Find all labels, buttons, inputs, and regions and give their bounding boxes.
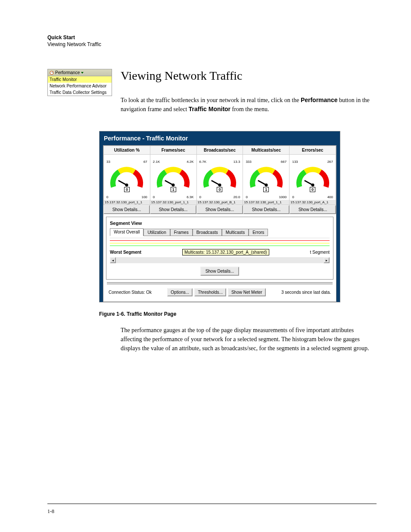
- gauge-header: Errors/sec: [290, 146, 336, 155]
- gauge-segment-ip: 15.137.32.130_port_A_1: [290, 200, 336, 205]
- body-paragraph: The performance gauges at the top of the…: [121, 326, 377, 353]
- show-net-meter-button[interactable]: Show Net Meter: [228, 288, 266, 296]
- segment-tab[interactable]: Utilization: [143, 229, 170, 236]
- gauge-tick-right: 67: [143, 160, 147, 164]
- segment-view-title: Segment View: [110, 221, 330, 226]
- segment-tab[interactable]: Broadcasts: [193, 229, 222, 236]
- threshold-line-green: [110, 246, 330, 246]
- show-details-button[interactable]: Show Details...: [196, 205, 243, 214]
- gauge-digital-readout: 0: [217, 187, 222, 192]
- page-header: Quick Start Viewing Network Traffic: [47, 34, 377, 47]
- performance-menu: Performance Traffic Monitor Network Perf…: [47, 69, 112, 96]
- gauge-tick-right: 4.2K: [187, 160, 193, 164]
- svg-point-6: [218, 184, 221, 187]
- gauge-digital-readout: 1: [171, 187, 176, 192]
- intro-paragraph: To look at the traffic bottlenecks in yo…: [121, 96, 377, 114]
- gauge-tick-left: 6.7K: [199, 160, 206, 164]
- scroll-track[interactable]: [116, 257, 324, 263]
- show-details-button[interactable]: Show Details...: [290, 205, 336, 214]
- svg-point-10: [311, 184, 314, 187]
- menu-item-traffic-monitor[interactable]: Traffic Monitor: [48, 76, 112, 83]
- worst-segment-row: Worst Segment Multicasts: 15.137.32.130_…: [110, 249, 330, 255]
- scroll-right-icon[interactable]: ▸: [324, 257, 330, 263]
- window-title: Performance - Traffic Monitor: [100, 131, 340, 145]
- gauge-scale: 020.0: [197, 195, 243, 199]
- worst-segment-label: Worst Segment: [110, 250, 141, 255]
- gauge-scale: 06.3K: [150, 195, 196, 199]
- threshold-line-red: [110, 240, 330, 241]
- menu-item-traffic-data-collector-settings[interactable]: Traffic Data Collector Settings: [48, 89, 112, 96]
- svg-point-8: [265, 184, 268, 187]
- gauge-cell: Multicasts/sec 333 667 1 01000 15.137.32…: [243, 146, 290, 205]
- gauge-digital-readout: 0: [310, 187, 315, 192]
- scroll-left-icon[interactable]: ◂: [110, 257, 116, 263]
- segment-tabs: Worst OverallUtilizationFramesBroadcasts…: [110, 228, 330, 236]
- show-details-button[interactable]: Show Details...: [150, 205, 196, 214]
- gauge-tick-left: 33: [106, 160, 110, 164]
- show-details-button[interactable]: Show Details...: [243, 205, 290, 214]
- gauge-tick-left: 2.1K: [153, 160, 160, 164]
- thresholds-button[interactable]: Thresholds...: [194, 288, 226, 296]
- gauge-cell: Frames/sec 2.1K 4.2K 1 06.3K 15.137.32.1…: [150, 146, 197, 205]
- gauge-cell: Broadcasts/sec 6.7K 13.3 0 020.0 15.137.…: [197, 146, 243, 205]
- gauge-tick-left: 133: [292, 160, 298, 164]
- gauge-tick-right: 13.3: [234, 160, 240, 164]
- gauge-scale: 0100: [104, 195, 150, 199]
- segment-show-details-button[interactable]: Show Details...: [200, 267, 240, 276]
- gauge-header: Multicasts/sec: [243, 146, 289, 155]
- segment-tab[interactable]: Worst Overall: [110, 228, 143, 236]
- options-button[interactable]: Options...: [167, 288, 193, 296]
- gauge-body: 33 67 0 0100: [104, 155, 150, 200]
- gauge-header: Utilization %: [104, 146, 150, 155]
- chapter-label: Quick Start: [47, 34, 377, 40]
- show-details-row: Show Details...Show Details...Show Detai…: [103, 205, 336, 214]
- segment-tab[interactable]: Errors: [249, 229, 268, 236]
- horizontal-scrollbar[interactable]: ◂ ▸: [110, 257, 330, 263]
- intro-text-3: from the menu.: [230, 106, 269, 112]
- performance-menu-title[interactable]: Performance: [48, 69, 112, 76]
- gauge-tick-left: 333: [246, 160, 251, 164]
- timer-status: 3 seconds since last data.: [281, 290, 331, 295]
- segment-tab[interactable]: Multicasts: [222, 229, 249, 236]
- threshold-line-yellow: [110, 243, 330, 243]
- gauge-scale: 0400: [290, 195, 336, 199]
- gauge-segment-ip: 15.137.32.130_port_B_1: [197, 200, 243, 205]
- gauge-segment-ip: 15.137.32.130_port_1_1: [104, 200, 150, 205]
- section-label: Viewing Network Traffic: [47, 41, 377, 47]
- show-details-button[interactable]: Show Details...: [103, 205, 150, 214]
- svg-point-4: [172, 184, 175, 187]
- connection-status: Connection Status: Ok: [109, 290, 152, 295]
- page-title: Viewing Network Traffic: [121, 69, 377, 83]
- segment-view-box: Segment View Worst OverallUtilizationFra…: [106, 217, 333, 280]
- gauge-segment-ip: 15.137.32.130_port_1_1: [243, 200, 289, 205]
- gauge-digital-readout: 0: [124, 187, 130, 192]
- menu-item-network-performance-advisor[interactable]: Network Performance Advisor: [48, 83, 112, 89]
- menu-items: Traffic Monitor Network Performance Advi…: [48, 76, 112, 96]
- segment-show-details-wrapper: Show Details...: [110, 267, 330, 276]
- traffic-monitor-screenshot: Performance - Traffic Monitor Utilizatio…: [99, 131, 340, 302]
- gauge-body: 133 267 0 0400: [290, 155, 336, 200]
- gauge-row: Utilization % 33 67 0 0100 15.137.32.130…: [103, 146, 336, 205]
- gauge-icon: [50, 71, 54, 75]
- svg-point-2: [125, 184, 128, 187]
- divider: [107, 282, 333, 285]
- gauge-cell: Utilization % 33 67 0 0100 15.137.32.130…: [104, 146, 150, 205]
- multicasts-tooltip: Multicasts: 15.137.32.130_port_A_(shared…: [182, 249, 269, 255]
- gauge-body: 333 667 1 01000: [243, 155, 289, 200]
- gauge-scale: 01000: [243, 195, 289, 199]
- intro-text-1: To look at the traffic bottlenecks in yo…: [121, 97, 301, 103]
- gauge-tick-right: 267: [327, 160, 333, 164]
- best-segment-label: t Segment: [310, 250, 330, 255]
- intro-bold-traffic-monitor: Traffic Monitor: [189, 106, 230, 112]
- intro-bold-performance: Performance: [301, 96, 338, 103]
- gauge-digital-readout: 1: [263, 187, 269, 192]
- gauge-tick-right: 667: [281, 160, 286, 164]
- segment-tab[interactable]: Frames: [170, 229, 193, 236]
- gauge-cell: Errors/sec 133 267 0 0400 15.137.32.130_…: [290, 146, 336, 205]
- gauge-header: Broadcasts/sec: [197, 146, 243, 155]
- gauge-body: 6.7K 13.3 0 020.0: [197, 155, 243, 200]
- status-bar: Connection Status: Ok Options... Thresho…: [107, 286, 333, 298]
- histogram-area: [110, 238, 330, 246]
- chevron-down-icon: [81, 72, 84, 74]
- gauge-segment-ip: 15.137.32.130_port_1_1: [150, 200, 196, 205]
